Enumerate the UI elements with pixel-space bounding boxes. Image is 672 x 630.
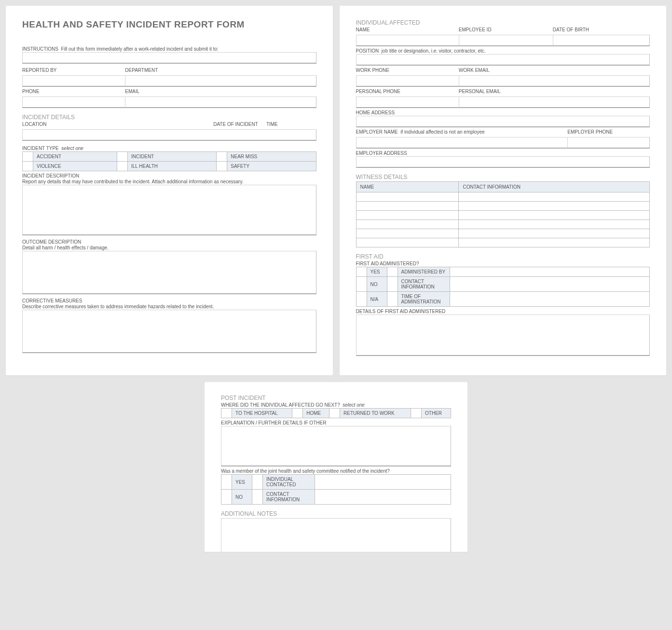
personal-email-input[interactable] — [459, 96, 650, 108]
incident-type-table: ACCIDENT INCIDENT NEAR MISS VIOLENCE ILL… — [22, 151, 316, 171]
where-next-label: WHERE DID THE INDIVIDUAL AFFECTED GO NEX… — [221, 402, 451, 408]
employee-id-input[interactable] — [459, 35, 553, 46]
email-input[interactable] — [125, 96, 316, 108]
type-incident: INCIDENT — [127, 152, 216, 162]
home-address-input[interactable] — [356, 116, 650, 127]
witness-row-3-contact[interactable] — [459, 211, 650, 220]
employee-id-label: EMPLOYEE ID — [459, 27, 553, 32]
witness-row-5-contact[interactable] — [459, 229, 650, 238]
position-label: POSITION job title or designation, i.e. … — [356, 48, 650, 54]
checkbox-accident[interactable] — [23, 152, 33, 162]
witness-row-4-contact[interactable] — [459, 220, 650, 229]
contact-info-label: CONTACT INFORMATION — [398, 277, 450, 292]
personal-phone-label: PERSONAL PHONE — [356, 89, 459, 94]
dob-label: DATE OF BIRTH — [553, 27, 650, 32]
employer-phone-label: EMPLOYER PHONE — [567, 129, 650, 135]
option-no: NO — [367, 277, 387, 292]
witness-row-1-contact[interactable] — [459, 192, 650, 202]
employer-address-label: EMPLOYER ADDRESS — [356, 151, 650, 156]
witness-row-5-name[interactable] — [356, 229, 459, 238]
witness-row-2-name[interactable] — [356, 202, 459, 211]
incident-type-label: INCIDENT TYPE select one — [22, 146, 316, 151]
witness-row-6-contact[interactable] — [459, 238, 650, 247]
option-yes: YES — [367, 267, 387, 277]
checkbox-committee-no[interactable] — [221, 490, 232, 505]
option-na: N/A — [367, 292, 387, 307]
work-email-input[interactable] — [459, 75, 650, 87]
work-phone-input[interactable] — [356, 75, 459, 87]
checkbox-home[interactable] — [292, 409, 303, 418]
outcome-desc-label: OUTCOME DESCRIPTION — [22, 239, 316, 245]
instructions-label: INSTRUCTIONS Fill out this form immediat… — [22, 46, 316, 52]
name-input[interactable] — [356, 35, 459, 46]
ind-contacted-input[interactable] — [315, 475, 451, 490]
witness-table: NAME CONTACT INFORMATION — [356, 181, 650, 247]
reported-by-input[interactable] — [22, 75, 125, 87]
form-title: HEALTH AND SAFETY INCIDENT REPORT FORM — [22, 19, 316, 30]
committee-no: NO — [232, 490, 252, 505]
location-label: LOCATION — [22, 122, 213, 127]
page-1: HEALTH AND SAFETY INCIDENT REPORT FORM I… — [6, 6, 333, 375]
witness-row-3-name[interactable] — [356, 211, 459, 220]
committee-contact-input[interactable] — [315, 490, 451, 505]
witness-row-1-name[interactable] — [356, 192, 459, 202]
checkbox-safety[interactable] — [217, 162, 227, 171]
checkbox-na[interactable] — [356, 292, 367, 307]
committee-q: Was a member of the joint health and saf… — [221, 468, 451, 474]
phone-input[interactable] — [22, 96, 125, 108]
admin-by-input[interactable] — [450, 267, 650, 277]
checkbox-returned[interactable] — [329, 409, 340, 418]
witness-row-6-name[interactable] — [356, 238, 459, 247]
checkbox-violence[interactable] — [23, 162, 33, 171]
instructions-input[interactable] — [22, 52, 316, 64]
explanation-input[interactable] — [221, 426, 451, 466]
first-aid-admin-q: FIRST AID ADMINISTERED? — [356, 261, 650, 266]
reported-by-label: REPORTED BY — [22, 68, 125, 73]
checkbox-illhealth[interactable] — [117, 162, 127, 171]
outcome-desc-hint: Detail all harm / health effects / damag… — [22, 245, 316, 250]
dob-input[interactable] — [553, 35, 650, 46]
home-address-label: HOME ADDRESS — [356, 110, 650, 115]
dest-home: HOME — [303, 409, 329, 418]
date-incident-label: DATE OF INCIDENT — [213, 122, 266, 127]
name-label: NAME — [356, 27, 459, 32]
corrective-input[interactable] — [22, 310, 316, 353]
checkbox-hospital[interactable] — [221, 409, 232, 418]
checkbox-other[interactable] — [411, 409, 422, 418]
personal-phone-input[interactable] — [356, 96, 459, 108]
employer-address-input[interactable] — [356, 156, 650, 168]
employer-phone-input[interactable] — [567, 137, 650, 149]
checkbox-nearmiss[interactable] — [217, 152, 227, 162]
contact-info-input[interactable] — [450, 277, 650, 292]
witness-contact-header: CONTACT INFORMATION — [459, 182, 650, 192]
committee-contact-label: CONTACT INFORMATION — [263, 490, 315, 505]
location-date-time-input[interactable] — [22, 129, 316, 141]
dest-other: OTHER — [422, 409, 451, 418]
additional-notes-input[interactable] — [221, 518, 451, 552]
additional-notes-heading: ADDITIONAL NOTES — [221, 510, 451, 517]
department-input[interactable] — [125, 75, 316, 87]
dest-hospital: TO THE HOSPITAL — [232, 409, 292, 418]
witness-row-2-contact[interactable] — [459, 202, 650, 211]
time-admin-label: TIME OF ADMINSTRATION — [398, 292, 450, 307]
type-illhealth: ILL HEALTH — [127, 162, 216, 171]
type-violence: VIOLENCE — [33, 162, 117, 171]
details-first-aid-input[interactable] — [356, 315, 650, 356]
committee-yes: YES — [232, 475, 252, 490]
page-3: POST INCIDENT WHERE DID THE INDIVIDUAL A… — [205, 382, 467, 552]
incident-desc-input[interactable] — [22, 185, 316, 235]
employer-name-input[interactable] — [356, 137, 568, 149]
individual-affected-heading: INDIVIDUAL AFFECTED — [356, 19, 650, 26]
page-2: INDIVIDUAL AFFECTED NAME EMPLOYEE ID DAT… — [340, 6, 667, 375]
time-admin-input[interactable] — [450, 292, 650, 307]
position-input[interactable] — [356, 54, 650, 66]
checkbox-yes[interactable] — [356, 267, 367, 277]
incident-details-heading: INCIDENT DETAILS — [22, 114, 316, 121]
checkbox-incident[interactable] — [117, 152, 127, 162]
checkbox-committee-yes[interactable] — [221, 475, 232, 490]
corrective-label: CORRECTIVE MEASURES — [22, 298, 316, 303]
outcome-desc-input[interactable] — [22, 251, 316, 294]
checkbox-no[interactable] — [356, 277, 367, 292]
witness-row-4-name[interactable] — [356, 220, 459, 229]
explanation-label: EXPLANATION / FURTHER DETAILS IF OTHER — [221, 420, 451, 425]
